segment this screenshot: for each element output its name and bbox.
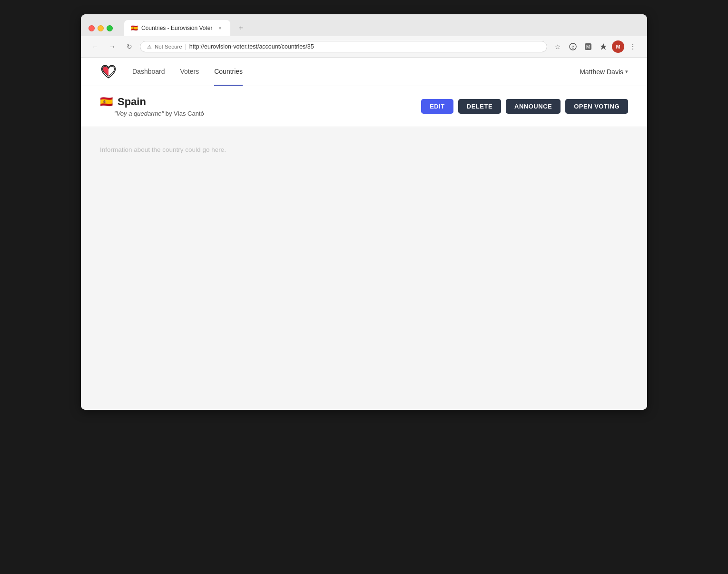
- country-info: 🇪🇸 Spain "Voy a quedarme" by Vlas Cantó: [100, 96, 204, 117]
- delete-button[interactable]: DELETE: [458, 99, 501, 114]
- maximize-button[interactable]: [107, 25, 113, 31]
- close-button[interactable]: [89, 25, 95, 31]
- country-flag: 🇪🇸: [100, 96, 113, 108]
- toolbar-actions: ☆ e M M ⋮: [551, 40, 639, 53]
- action-buttons: EDIT DELETE ANNOUNCE OPEN VOTING: [421, 99, 628, 114]
- tab-close-button[interactable]: ×: [216, 24, 224, 32]
- nav-countries[interactable]: Countries: [214, 58, 243, 86]
- song-title: "Voy a quedarme": [114, 110, 164, 117]
- announce-button[interactable]: ANNOUNCE: [506, 99, 561, 114]
- app-nav: Dashboard Voters Countries Matthew Davis…: [81, 58, 647, 86]
- svg-text:e: e: [571, 44, 574, 49]
- tab-favicon-icon: 🇪🇸: [131, 25, 138, 31]
- traffic-lights: [89, 25, 113, 31]
- nav-voters[interactable]: Voters: [180, 58, 199, 86]
- back-button[interactable]: ←: [89, 40, 102, 53]
- svg-text:M: M: [586, 44, 590, 49]
- country-subtitle: "Voy a quedarme" by Vlas Cantó: [114, 110, 204, 117]
- chevron-down-icon: ▾: [625, 69, 628, 75]
- address-divider: |: [185, 43, 187, 50]
- browser-toolbar: ← → ↻ ⚠ Not Secure | http://eurovision-v…: [81, 36, 647, 58]
- country-name: 🇪🇸 Spain: [100, 96, 204, 108]
- open-voting-button[interactable]: OPEN VOTING: [565, 99, 628, 114]
- country-header: 🇪🇸 Spain "Voy a quedarme" by Vlas Cantó …: [81, 86, 647, 127]
- edit-button[interactable]: EDIT: [421, 99, 453, 114]
- app-window: Dashboard Voters Countries Matthew Davis…: [81, 58, 647, 410]
- page-content: 🇪🇸 Spain "Voy a quedarme" by Vlas Cantó …: [81, 86, 647, 410]
- address-url: http://eurovision-voter.test/account/cou…: [189, 43, 314, 50]
- app-nav-links: Dashboard Voters Countries: [132, 58, 580, 86]
- user-name: Matthew Davis: [580, 68, 623, 76]
- new-tab-button[interactable]: +: [234, 21, 247, 35]
- tab-title: Countries - Eurovision Voter: [141, 25, 212, 31]
- bookmark-icon[interactable]: ☆: [551, 40, 564, 53]
- user-avatar[interactable]: M: [612, 40, 624, 53]
- reload-button[interactable]: ↻: [123, 40, 136, 53]
- nav-dashboard[interactable]: Dashboard: [132, 58, 165, 86]
- artist-name: Vlas Cantó: [174, 110, 204, 117]
- svg-marker-4: [600, 43, 607, 50]
- extension3-icon[interactable]: [597, 40, 610, 53]
- address-bar[interactable]: ⚠ Not Secure | http://eurovision-voter.t…: [140, 41, 547, 52]
- browser-window: 🇪🇸 Countries - Eurovision Voter × + ← → …: [81, 14, 647, 410]
- minimize-button[interactable]: [98, 25, 104, 31]
- user-menu[interactable]: Matthew Davis ▾: [580, 68, 628, 76]
- extension2-icon[interactable]: M: [581, 40, 595, 53]
- insecure-icon: ⚠: [147, 44, 152, 50]
- extension1-icon[interactable]: e: [566, 40, 580, 53]
- app-logo[interactable]: [100, 63, 117, 80]
- title-bar: 🇪🇸 Countries - Eurovision Voter × +: [81, 14, 647, 36]
- more-options-icon[interactable]: ⋮: [626, 40, 639, 53]
- active-tab[interactable]: 🇪🇸 Countries - Eurovision Voter ×: [124, 20, 230, 36]
- placeholder-text: Information about the country could go h…: [81, 127, 647, 172]
- insecure-text: Not Secure: [155, 44, 182, 49]
- tab-bar: 🇪🇸 Countries - Eurovision Voter × +: [124, 20, 639, 36]
- forward-button[interactable]: →: [106, 40, 119, 53]
